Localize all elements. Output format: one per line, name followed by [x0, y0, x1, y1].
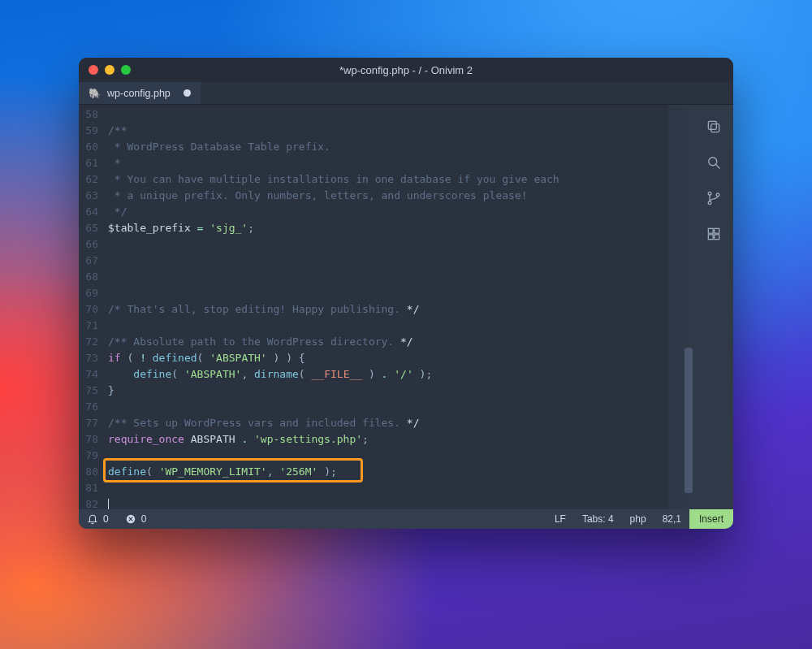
code-line[interactable]: [108, 480, 668, 496]
traffic-lights: [89, 65, 131, 75]
code-line[interactable]: }: [108, 383, 668, 399]
tab-wp-config[interactable]: 🐘 wp-config.php: [79, 82, 201, 104]
line-number: 59: [79, 123, 98, 139]
code-line[interactable]: /** Absolute path to the WordPress direc…: [108, 334, 668, 350]
line-number: 68: [79, 269, 98, 285]
window-close-button[interactable]: [89, 65, 98, 75]
errors-count: 0: [141, 513, 147, 525]
svg-point-2: [709, 158, 717, 166]
status-pos[interactable]: 82,1: [654, 509, 689, 529]
copy-icon[interactable]: [705, 118, 723, 136]
search-icon[interactable]: [705, 154, 723, 171]
code-line[interactable]: [108, 496, 668, 509]
error-icon: [125, 513, 136, 525]
code-line[interactable]: [108, 106, 668, 123]
window-titlebar[interactable]: *wp-config.php - / - Onivim 2: [79, 58, 733, 82]
code-line[interactable]: [108, 448, 668, 464]
line-number: 63: [79, 188, 98, 204]
code-line[interactable]: [108, 269, 668, 285]
code-line[interactable]: [108, 236, 668, 253]
line-number: 80: [79, 464, 98, 480]
svg-rect-10: [715, 235, 719, 240]
desktop-background: *wp-config.php - / - Onivim 2 🐘 wp-confi…: [0, 0, 812, 649]
svg-line-3: [716, 165, 720, 169]
line-number: 77: [79, 415, 98, 431]
code-line[interactable]: [108, 399, 668, 415]
status-eol[interactable]: LF: [546, 509, 574, 529]
svg-rect-0: [711, 124, 719, 132]
line-number: 64: [79, 204, 98, 220]
scrollbar-thumb[interactable]: [685, 348, 693, 493]
status-notifications[interactable]: 0: [79, 509, 117, 529]
code-line[interactable]: $table_prefix = 'sjg_';: [108, 220, 668, 236]
minimap[interactable]: [668, 105, 683, 509]
svg-point-5: [708, 201, 711, 205]
code-line[interactable]: define( 'ABSPATH', dirname( __FILE__ ) .…: [108, 366, 668, 383]
svg-rect-9: [708, 235, 713, 240]
code-line[interactable]: if ( ! defined( 'ABSPATH' ) ) {: [108, 350, 668, 366]
svg-rect-8: [715, 228, 719, 233]
window-title: *wp-config.php - / - Onivim 2: [79, 64, 733, 76]
window-minimize-button[interactable]: [105, 65, 114, 75]
code-line[interactable]: /** Sets up WordPress vars and included …: [108, 415, 668, 431]
line-number-gutter: 5859606162636465666768697071727374757677…: [79, 105, 103, 509]
code-line[interactable]: */: [108, 204, 668, 220]
code-line[interactable]: [108, 253, 668, 269]
svg-rect-7: [708, 228, 713, 233]
code-line[interactable]: [108, 318, 668, 334]
activity-bar: [694, 105, 733, 509]
vertical-scrollbar[interactable]: [683, 105, 694, 509]
status-bar: 0 0 LF Tabs: 4 php 82,1 Insert: [79, 509, 733, 529]
status-tabs[interactable]: Tabs: 4: [574, 509, 622, 529]
svg-rect-1: [708, 121, 716, 129]
php-file-icon: 🐘: [89, 88, 101, 99]
line-number: 74: [79, 366, 98, 383]
line-number: 62: [79, 171, 98, 188]
line-number: 69: [79, 285, 98, 301]
code-line[interactable]: /**: [108, 123, 668, 139]
grid-icon[interactable]: [705, 225, 723, 243]
code-line[interactable]: *: [108, 155, 668, 171]
editor-body: 5859606162636465666768697071727374757677…: [79, 105, 733, 509]
line-number: 65: [79, 220, 98, 236]
status-errors[interactable]: 0: [117, 509, 155, 529]
code-line[interactable]: * You can have multiple installations in…: [108, 171, 668, 188]
svg-point-4: [708, 192, 711, 195]
text-cursor: [108, 499, 109, 509]
line-number: 60: [79, 139, 98, 155]
line-number: 67: [79, 253, 98, 269]
code-area[interactable]: /** * WordPress Database Table prefix. *…: [103, 105, 668, 509]
code-line[interactable]: * WordPress Database Table prefix.: [108, 139, 668, 155]
line-number: 73: [79, 350, 98, 366]
code-editor[interactable]: 5859606162636465666768697071727374757677…: [79, 105, 668, 509]
line-number: 70: [79, 301, 98, 318]
window-zoom-button[interactable]: [121, 65, 131, 75]
line-number: 58: [79, 106, 98, 123]
line-number: 75: [79, 383, 98, 399]
line-number: 72: [79, 334, 98, 350]
svg-point-6: [716, 193, 719, 197]
line-number: 66: [79, 236, 98, 253]
code-line[interactable]: require_once ABSPATH . 'wp-settings.php'…: [108, 431, 668, 448]
status-lang[interactable]: php: [622, 509, 654, 529]
code-line[interactable]: /* That's all, stop editing! Happy publi…: [108, 301, 668, 318]
tab-label: wp-config.php: [107, 88, 171, 99]
line-number: 71: [79, 318, 98, 334]
notifications-count: 0: [103, 513, 109, 525]
line-number: 78: [79, 431, 98, 448]
line-number: 76: [79, 399, 98, 415]
line-number: 81: [79, 480, 98, 496]
code-line[interactable]: * a unique prefix. Only numbers, letters…: [108, 188, 668, 204]
status-mode[interactable]: Insert: [689, 509, 733, 529]
code-line[interactable]: define( 'WP_MEMORY_LIMIT', '256M' );: [108, 464, 668, 480]
tab-bar: 🐘 wp-config.php: [79, 82, 733, 105]
line-number: 61: [79, 155, 98, 171]
editor-window: *wp-config.php - / - Onivim 2 🐘 wp-confi…: [79, 58, 733, 529]
branch-icon[interactable]: [705, 189, 723, 207]
tab-modified-indicator: [184, 89, 191, 97]
code-line[interactable]: [108, 285, 668, 301]
bell-icon: [87, 513, 98, 525]
line-number: 79: [79, 448, 98, 464]
